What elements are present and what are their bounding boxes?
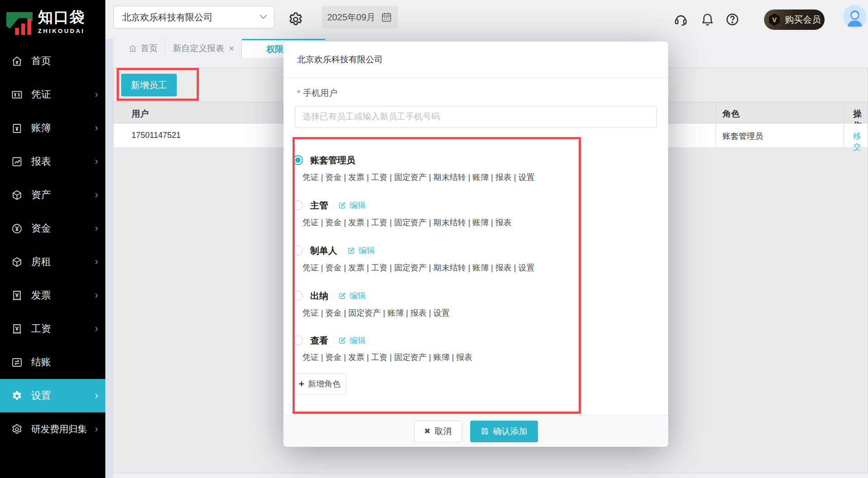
user-avatar[interactable] [843,5,867,28]
sidebar-item-ledger[interactable]: 账簿 › [0,111,105,145]
chevron-right-icon: › [95,190,98,200]
plus-icon: + [299,379,304,389]
settings-gear-button[interactable] [288,11,304,28]
sidebar-item-salary[interactable]: 工资 › [0,312,105,345]
edit-pencil-icon [338,292,346,300]
add-employee-modal: 北京欢乐科技有限公司 *手机用户 账套管理员 凭证 | 资金 | 发票 | 工资… [283,42,668,447]
vip-badge-icon: V [768,14,781,26]
add-employee-button[interactable]: 新增员工 [121,74,177,96]
salary-icon [11,323,23,335]
accounting-period-picker[interactable]: 2025年09月 [322,6,398,28]
sidebar-item-settings[interactable]: 设置 › [0,379,105,412]
chevron-right-icon: › [95,223,98,233]
sidebar-item-home[interactable]: 首页 [0,44,105,78]
role-option-clerk[interactable]: 制单人 编辑 [293,244,375,257]
logo-subtitle: ZHIKOUDAI [38,28,85,34]
radio-icon[interactable] [293,200,303,210]
closing-exchange-icon [11,356,23,369]
close-x-icon: ✖ [424,426,430,436]
confirm-add-button[interactable]: 确认添加 [470,421,538,442]
tab-custom-report[interactable]: 新自定义报表 × [165,39,242,58]
edit-role-link[interactable]: 编辑 [347,245,375,256]
role-permissions: 凭证 | 资金 | 固定资产 | 账簿 | 报表 | 设置 [302,308,449,318]
save-floppy-icon [481,427,489,435]
transfer-link[interactable]: 移交 [853,131,868,152]
invoice-icon [11,289,23,302]
period-value: 2025年09月 [327,11,376,24]
chevron-right-icon: › [95,424,98,434]
cancel-button[interactable]: ✖ 取消 [414,421,462,442]
voucher-icon [11,89,23,101]
modal-title: 北京欢乐科技有限公司 [283,42,668,78]
chevron-down-icon [260,12,267,19]
column-divider [716,102,716,148]
col-header-user: 用户 [132,108,149,120]
role-permissions: 凭证 | 资金 | 发票 | 工资 | 固定资产 | 账簿 | 报表 [302,352,472,363]
tab-home[interactable]: 首页 [121,39,165,58]
role-option-supervisor[interactable]: 主管 编辑 [293,199,366,212]
radio-icon[interactable] [293,246,303,256]
calendar-icon [381,11,392,23]
required-asterisk: * [297,88,300,98]
col-header-role: 角色 [722,108,740,120]
cell-role: 账套管理员 [722,131,763,142]
role-option-cashier[interactable]: 出纳 编辑 [293,289,366,303]
support-headset-icon[interactable] [674,12,688,27]
chevron-right-icon: › [95,290,98,300]
close-icon[interactable]: × [229,43,234,54]
help-icon[interactable] [725,12,740,27]
radio-icon[interactable] [293,336,303,345]
modal-footer: ✖ 取消 确认添加 [283,415,668,447]
sidebar: 知口袋 ZHIKOUDAI 首页 凭证 › 账簿 › 报表 › [0,0,105,478]
app-window: 知口袋 ZHIKOUDAI 首页 凭证 › 账簿 › 报表 › [0,0,868,478]
sidebar-item-closing[interactable]: 结账 [0,345,105,379]
notification-bell-icon[interactable] [700,12,715,27]
radio-selected-icon[interactable] [293,155,303,165]
edit-role-link[interactable]: 编辑 [338,290,366,301]
funds-yuan-icon [11,222,23,235]
phone-field-label: *手机用户 [297,87,337,99]
phone-input[interactable] [295,106,657,128]
topbar: 北京欢乐科技有限公司 2025年09月 V 购买会员 [105,0,868,39]
rent-cube-icon [11,256,23,268]
chevron-right-icon: › [95,324,98,334]
company-select[interactable]: 北京欢乐科技有限公司 [113,6,274,28]
sidebar-item-funds[interactable]: 资金 › [0,212,105,245]
column-divider [844,102,844,148]
buy-membership-button[interactable]: V 购买会员 [764,9,825,30]
chevron-right-icon: › [95,123,98,133]
chevron-right-icon: › [95,90,98,99]
sidebar-item-rent[interactable]: 房租 › [0,245,105,279]
add-role-button[interactable]: + 新增角色 [293,373,346,395]
chevron-right-icon: › [95,391,98,401]
sidebar-item-asset[interactable]: 资产 › [0,178,105,212]
home-icon [11,55,23,67]
role-permissions: 凭证 | 资金 | 发票 | 工资 | 固定资产 | 期末结转 | 账簿 | 报… [302,217,512,228]
gear-icon [11,390,23,402]
sidebar-item-voucher[interactable]: 凭证 › [0,78,105,111]
logo-mark-icon [5,8,33,36]
logo-title: 知口袋 [38,9,85,24]
edit-role-link[interactable]: 编辑 [338,200,366,211]
edit-pencil-icon [338,201,346,209]
edit-pencil-icon [338,336,346,345]
sidebar-item-report[interactable]: 报表 › [0,145,105,178]
edit-role-link[interactable]: 编辑 [338,335,366,346]
radio-icon[interactable] [293,291,303,301]
role-permissions: 凭证 | 资金 | 发票 | 工资 | 固定资产 | 期末结转 | 账簿 | 报… [302,172,534,183]
gear-outline-icon [11,423,23,435]
role-option-admin[interactable]: 账套管理员 [293,153,355,167]
edit-pencil-icon [347,246,355,255]
buy-membership-label: 购买会员 [785,14,821,26]
role-permissions: 凭证 | 资金 | 发票 | 工资 | 固定资产 | 期末结转 | 账簿 | 报… [302,262,534,273]
company-select-value: 北京欢乐科技有限公司 [122,11,212,24]
sidebar-item-rd-collection[interactable]: 研发费用归集 › [0,412,105,446]
cell-user: 17501147521 [132,131,181,140]
chevron-right-icon: › [95,156,98,166]
role-option-viewer[interactable]: 查看 编辑 [293,334,366,347]
sidebar-item-invoice[interactable]: 发票 › [0,279,105,312]
chevron-right-icon: › [95,257,98,267]
report-icon [11,156,23,168]
sidebar-divider-strip [105,39,113,478]
ledger-icon [11,122,23,134]
